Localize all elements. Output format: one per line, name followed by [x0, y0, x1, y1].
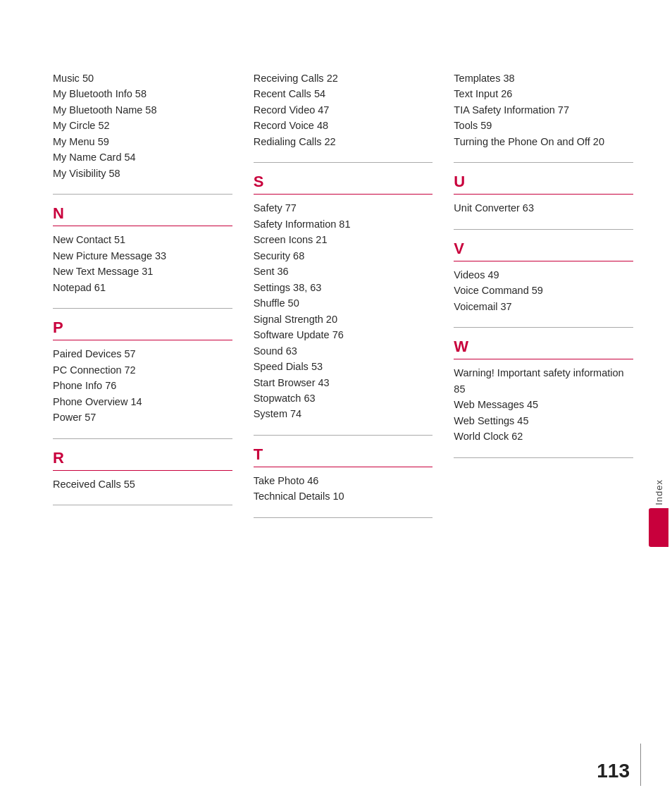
- plain-section-2-1: Receiving Calls 22Recent Calls 54Record …: [254, 70, 433, 149]
- list-item: Voice Command 59: [454, 283, 633, 298]
- divider: [454, 162, 633, 163]
- list-item: Web Messages 45: [454, 397, 633, 412]
- list-item: Tools 59: [454, 118, 633, 133]
- list-item: New Contact 51: [53, 232, 232, 247]
- section-letter-T: T: [254, 445, 433, 464]
- list-item: Speed Dials 53: [254, 359, 433, 374]
- list-item: Settings 38, 63: [254, 280, 433, 295]
- list-item: My Circle 52: [53, 118, 232, 133]
- list-item: My Menu 59: [53, 134, 232, 149]
- border-line: [640, 744, 641, 786]
- list-item: Videos 49: [454, 267, 633, 283]
- section-letter-V: V: [454, 240, 633, 258]
- divider: [254, 517, 433, 518]
- list-item: Security 68: [254, 248, 433, 264]
- list-item: Received Calls 55: [53, 476, 232, 492]
- list-item: Start Browser 43: [254, 375, 433, 390]
- list-item: Receiving Calls 22: [254, 70, 433, 86]
- list-item: Web Settings 45: [454, 413, 633, 429]
- lettered-section-U: UUnit Converter 63: [454, 173, 633, 216]
- section-divider: [454, 359, 633, 359]
- divider: [454, 457, 633, 458]
- section-divider: [254, 194, 433, 195]
- list-item: Software Update 76: [254, 327, 433, 343]
- list-item: Voicemail 37: [454, 299, 633, 314]
- list-item: Sent 36: [254, 264, 433, 279]
- index-tab: Index: [645, 479, 672, 547]
- divider: [53, 308, 232, 309]
- list-item: Templates 38: [454, 70, 633, 86]
- page-number: 113: [597, 760, 630, 782]
- lettered-section-S: SSafety 77Safety Information 81Screen Ic…: [254, 173, 433, 422]
- lettered-section-V: VVideos 49Voice Command 59Voicemail 37: [454, 240, 633, 314]
- section-divider: [53, 470, 232, 471]
- list-item: My Name Card 54: [53, 149, 232, 165]
- index-tab-bar: [649, 508, 668, 547]
- list-item: New Picture Message 33: [53, 248, 232, 264]
- plain-section-3-1: Templates 38Text Input 26TIA Safety Info…: [454, 70, 633, 149]
- page-container: Music 50My Bluetooth Info 58My Bluetooth…: [0, 0, 672, 807]
- divider: [53, 505, 232, 505]
- lettered-section-N: NNew Contact 51New Picture Message 33New…: [53, 204, 232, 295]
- list-item: Record Video 47: [254, 102, 433, 118]
- section-letter-N: N: [53, 204, 232, 223]
- list-item: Text Input 26: [454, 86, 633, 101]
- section-letter-W: W: [454, 338, 633, 356]
- list-item: Phone Info 76: [53, 378, 232, 393]
- list-item: Sound 63: [254, 343, 433, 359]
- list-item: Paired Devices 57: [53, 346, 232, 362]
- column-1: Music 50My Bluetooth Info 58My Bluetooth…: [53, 70, 254, 765]
- section-divider: [53, 226, 232, 226]
- list-item: PC Connection 72: [53, 362, 232, 378]
- divider: [254, 435, 433, 436]
- list-item: Safety Information 81: [254, 216, 433, 232]
- list-item: Power 57: [53, 409, 232, 425]
- section-divider: [53, 340, 232, 340]
- lettered-section-R: RReceived Calls 55: [53, 449, 232, 492]
- section-divider: [454, 261, 633, 261]
- lettered-section-W: WWarning! Important safety information 8…: [454, 338, 633, 444]
- divider: [454, 229, 633, 230]
- list-item: New Text Message 31: [53, 264, 232, 279]
- divider: [53, 194, 232, 195]
- list-item: My Bluetooth Name 58: [53, 102, 232, 118]
- list-item: Record Voice 48: [254, 118, 433, 133]
- list-item: Signal Strength 20: [254, 312, 433, 327]
- list-item: Recent Calls 54: [254, 86, 433, 101]
- section-letter-P: P: [53, 319, 232, 337]
- divider: [454, 327, 633, 328]
- list-item: World Clock 62: [454, 429, 633, 444]
- list-item: Redialing Calls 22: [254, 134, 433, 149]
- section-letter-S: S: [254, 173, 433, 191]
- section-letter-R: R: [53, 449, 232, 467]
- list-item: Phone Overview 14: [53, 394, 232, 409]
- list-item: Screen Icons 21: [254, 232, 433, 247]
- lettered-section-P: PPaired Devices 57PC Connection 72Phone …: [53, 319, 232, 425]
- list-item: Turning the Phone On and Off 20: [454, 134, 633, 149]
- list-item: Take Photo 46: [254, 473, 433, 488]
- column-3: Templates 38Text Input 26TIA Safety Info…: [454, 70, 633, 765]
- list-item: Stopwatch 63: [254, 390, 433, 406]
- list-item: Unit Converter 63: [454, 200, 633, 216]
- section-divider: [454, 194, 633, 195]
- list-item: TIA Safety Information 77: [454, 102, 633, 118]
- plain-section-1-1: Music 50My Bluetooth Info 58My Bluetooth…: [53, 70, 232, 181]
- list-item: System 74: [254, 406, 433, 421]
- lettered-section-T: TTake Photo 46Technical Details 10: [254, 445, 433, 505]
- list-item: My Visibility 58: [53, 166, 232, 181]
- divider: [254, 162, 433, 163]
- index-tab-label: Index: [654, 479, 664, 505]
- list-item: My Bluetooth Info 58: [53, 86, 232, 101]
- list-item: Shuffle 50: [254, 295, 433, 311]
- list-item: Notepad 61: [53, 280, 232, 295]
- list-item: Music 50: [53, 70, 232, 86]
- divider: [53, 438, 232, 439]
- section-letter-U: U: [454, 173, 633, 191]
- section-divider: [254, 467, 433, 467]
- list-item: Technical Details 10: [254, 488, 433, 504]
- list-item: Warning! Important safety information 85: [454, 365, 633, 397]
- column-2: Receiving Calls 22Recent Calls 54Record …: [254, 70, 454, 765]
- list-item: Safety 77: [254, 200, 433, 216]
